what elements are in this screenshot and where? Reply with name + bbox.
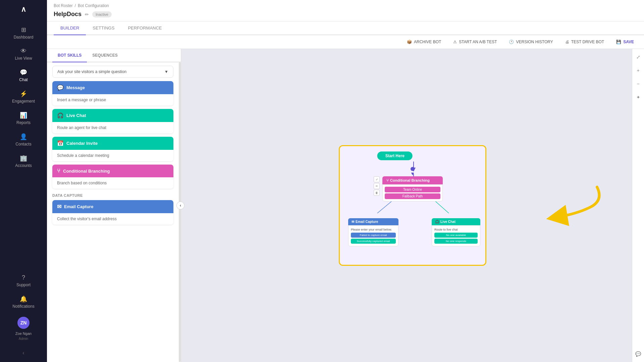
node-move-icon[interactable]: ⤢ bbox=[374, 176, 380, 182]
message-skill-header: 💬 Message bbox=[52, 81, 173, 94]
flow-diagram: Start Here ▼ ⤢ ✏ 🗑 ⑂ Condition bbox=[339, 145, 486, 266]
breadcrumb-separator: / bbox=[75, 3, 76, 8]
message-icon: 💬 bbox=[57, 84, 64, 91]
avatar: ZN bbox=[17, 317, 30, 329]
tab-builder[interactable]: BUILDER bbox=[54, 21, 86, 35]
conditional-header: ⑂ Conditional Branching bbox=[382, 176, 443, 184]
chat-right-icon[interactable]: 💬 bbox=[634, 349, 643, 359]
email-capture-description: Please enter your email below. bbox=[351, 228, 396, 231]
email-capture-skill-header: ✉ Email Capture bbox=[52, 200, 173, 213]
conditional-skill-card[interactable]: ⑂ Conditional Branching Branch based on … bbox=[52, 165, 173, 189]
live-chat-flow-body: Route to live chat No one available No o… bbox=[432, 225, 480, 246]
calendar-skill-card[interactable]: 📅 Calendar Invite Schedule a calendar me… bbox=[52, 137, 173, 161]
email-capture-skill-body: Collect the visitor's email address bbox=[52, 213, 173, 225]
calendar-skill-body: Schedule a calendar meeting bbox=[52, 150, 173, 161]
live-view-icon: 👁 bbox=[20, 48, 26, 55]
save-icon: 💾 bbox=[616, 40, 621, 44]
sidebar-item-label: Dashboard bbox=[14, 35, 34, 40]
conditional-skill-header: ⑂ Conditional Branching bbox=[52, 165, 173, 177]
tab-bot-skills[interactable]: BOT SKILLS bbox=[52, 49, 87, 62]
email-capture-flow-node[interactable]: ✉ Email Capture Please enter your email … bbox=[348, 218, 398, 246]
ask-question-label: Ask your site visitors a simple question bbox=[57, 69, 126, 74]
skills-tabs: BOT SKILLS SEQUENCES bbox=[47, 49, 181, 62]
calendar-icon: 📅 bbox=[57, 140, 64, 146]
settings-right-icon[interactable]: ✦ bbox=[634, 93, 643, 102]
ab-test-button[interactable]: ⚠ START AN A/B TEST bbox=[450, 38, 500, 46]
skills-panel: BOT SKILLS SEQUENCES Ask your site visit… bbox=[47, 49, 181, 362]
sidebar-item-accounts[interactable]: 🏢 Accounts bbox=[0, 150, 47, 172]
zoom-out-icon[interactable]: − bbox=[634, 79, 643, 88]
sidebar-item-label: Reports bbox=[16, 120, 31, 125]
history-icon: 🕐 bbox=[509, 40, 514, 44]
logo: ∧ bbox=[17, 3, 30, 15]
breadcrumb-parent[interactable]: Bot Roster bbox=[54, 3, 73, 8]
sidebar: ∧ ⊞ Dashboard 👁 Live View 💬 Chat ⚡ Engag… bbox=[0, 0, 47, 362]
live-chat-flow-node[interactable]: 🎧 Live Chat Route to live chat No one av… bbox=[432, 218, 480, 246]
sidebar-item-chat[interactable]: 💬 Chat bbox=[0, 65, 47, 86]
conditional-icon: ⑂ bbox=[386, 178, 389, 182]
live-chat-skill-body: Route an agent for live chat bbox=[52, 122, 173, 133]
collapse-panel-button[interactable]: ‹ bbox=[176, 201, 184, 209]
test-drive-button[interactable]: 🖨 TEST DRIVE BOT bbox=[562, 38, 607, 46]
email-icon: ✉ bbox=[57, 203, 61, 210]
expand-icon[interactable]: ⤢ bbox=[634, 52, 643, 62]
save-button[interactable]: 💾 SAVE bbox=[613, 38, 637, 46]
conditional-options: Team Online Fallback Path bbox=[382, 184, 443, 201]
engagement-icon: ⚡ bbox=[20, 90, 27, 98]
sidebar-item-label: Support bbox=[16, 283, 31, 287]
sidebar-item-live-view[interactable]: 👁 Live View bbox=[0, 44, 47, 65]
edit-icon[interactable]: ✏ bbox=[85, 12, 89, 17]
start-here-label: Start Here bbox=[377, 152, 413, 160]
right-panel: ⤢ + − ✦ 💬 bbox=[632, 49, 644, 362]
ab-test-icon: ⚠ bbox=[453, 40, 457, 44]
sidebar-collapse-button[interactable]: ‹ bbox=[20, 347, 27, 359]
sidebar-item-reports[interactable]: 📊 Reports bbox=[0, 108, 47, 129]
email-capture-skill-card[interactable]: ✉ Email Capture Collect the visitor's em… bbox=[52, 200, 173, 225]
sidebar-item-engagement[interactable]: ⚡ Engagement bbox=[0, 86, 47, 108]
version-history-button[interactable]: 🕐 VERSION HISTORY bbox=[505, 38, 556, 46]
scroll-arrow: ▼ bbox=[164, 69, 168, 74]
ask-question-card[interactable]: Ask your site visitors a simple question… bbox=[52, 66, 173, 78]
sidebar-item-label: Engagement bbox=[12, 99, 35, 104]
sidebar-item-support[interactable]: ? Support bbox=[0, 270, 47, 291]
canvas-area[interactable]: Start Here ▼ ⤢ ✏ 🗑 ⑂ Condition bbox=[181, 49, 644, 362]
zoom-in-icon[interactable]: + bbox=[634, 66, 643, 75]
success-capture-btn: Successfully captured email bbox=[351, 239, 396, 244]
live-chat-skill-card[interactable]: 🎧 Live Chat Route an agent for live chat bbox=[52, 109, 173, 133]
connector-dot bbox=[411, 167, 415, 171]
conditional-branching-node[interactable]: ⤢ ✏ 🗑 ⑂ Conditional Branching Team Onlin… bbox=[382, 176, 443, 201]
message-skill-body: Insert a message or phrase bbox=[52, 94, 173, 106]
sidebar-item-contacts[interactable]: 👤 Contacts bbox=[0, 129, 47, 150]
action-bar: 📦 ARCHIVE BOT ⚠ START AN A/B TEST 🕐 VERS… bbox=[47, 35, 644, 49]
sidebar-item-label: Chat bbox=[19, 77, 28, 82]
sidebar-item-label: Accounts bbox=[15, 163, 32, 168]
tab-sequences[interactable]: SEQUENCES bbox=[87, 49, 123, 62]
fail-capture-btn: Failed to capture email bbox=[351, 233, 396, 238]
message-skill-card[interactable]: 💬 Message Insert a message or phrase bbox=[52, 81, 173, 106]
topbar: Bot Roster / Bot Configuration HelpDocs … bbox=[47, 0, 644, 21]
tab-performance[interactable]: PERFORMANCE bbox=[121, 21, 168, 35]
start-here-node: Start Here bbox=[395, 152, 430, 160]
no-one-responds-btn: No one responds bbox=[434, 239, 478, 244]
branch-icon: ⑂ bbox=[57, 168, 60, 174]
support-icon: ? bbox=[22, 274, 25, 281]
archive-icon: 📦 bbox=[407, 40, 412, 44]
calendar-skill-header: 📅 Calendar Invite bbox=[52, 137, 173, 150]
sidebar-item-dashboard[interactable]: ⊞ Dashboard bbox=[0, 22, 47, 44]
node-edit-icon[interactable]: ✏ bbox=[374, 183, 380, 189]
reports-icon: 📊 bbox=[20, 112, 27, 119]
tab-settings[interactable]: SETTINGS bbox=[86, 21, 121, 35]
node-delete-icon[interactable]: 🗑 bbox=[374, 190, 380, 196]
sidebar-item-label: Contacts bbox=[15, 142, 31, 146]
tabs-bar: BUILDER SETTINGS PERFORMANCE bbox=[47, 21, 644, 35]
email-flow-icon: ✉ bbox=[352, 220, 354, 224]
sidebar-item-notifications[interactable]: 🔔 Notifications bbox=[0, 291, 47, 313]
live-chat-description: Route to live chat bbox=[434, 228, 478, 231]
archive-bot-button[interactable]: 📦 ARCHIVE BOT bbox=[404, 38, 444, 46]
user-profile[interactable]: ZN Zoe Ngan Admin bbox=[0, 313, 47, 345]
data-capture-section-label: Data Capture bbox=[52, 193, 173, 197]
main-content: Bot Roster / Bot Configuration HelpDocs … bbox=[47, 0, 644, 362]
sidebar-item-label: Notifications bbox=[12, 304, 34, 309]
annotation-arrow-svg bbox=[537, 180, 604, 227]
email-capture-flow-header: ✉ Email Capture bbox=[348, 218, 398, 225]
